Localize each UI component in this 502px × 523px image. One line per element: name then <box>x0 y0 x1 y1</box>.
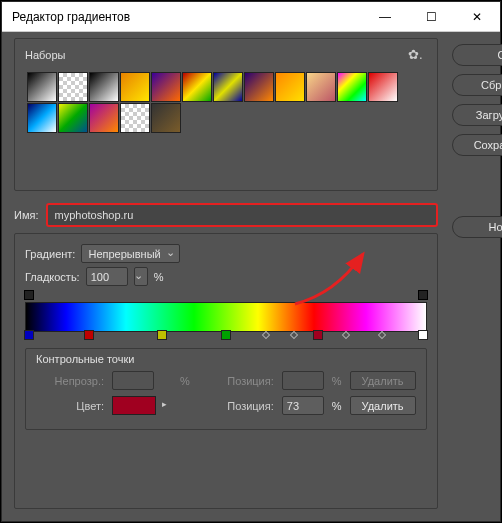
preset-swatch[interactable] <box>244 72 274 102</box>
preset-swatch[interactable] <box>306 72 336 102</box>
midpoint-diamond[interactable] <box>342 331 350 339</box>
preset-swatch[interactable] <box>120 72 150 102</box>
preset-swatch[interactable] <box>27 72 57 102</box>
presets-label: Наборы <box>25 49 404 61</box>
preset-swatch[interactable] <box>275 72 305 102</box>
smoothness-input[interactable]: 100 <box>86 267 128 286</box>
gradient-panel: Градиент: Непрерывный Гладкость: 100 % К… <box>14 233 438 509</box>
color-stop[interactable] <box>24 330 34 340</box>
preset-swatch[interactable] <box>58 103 88 133</box>
reset-button[interactable]: Сбросить <box>452 74 502 96</box>
color-swatch[interactable] <box>112 396 156 415</box>
preset-swatch[interactable] <box>368 72 398 102</box>
opacity-stops-row <box>25 290 427 304</box>
titlebar: Редактор градиентов — ☐ ✕ <box>2 2 500 32</box>
preset-swatch[interactable] <box>27 103 57 133</box>
maximize-button[interactable]: ☐ <box>408 2 454 31</box>
smoothness-label: Гладкость: <box>25 271 80 283</box>
color-stop[interactable] <box>84 330 94 340</box>
preset-swatch[interactable] <box>89 103 119 133</box>
gear-icon[interactable]: ✿. <box>404 45 427 64</box>
minimize-button[interactable]: — <box>362 2 408 31</box>
name-input[interactable] <box>46 203 437 227</box>
close-button[interactable]: ✕ <box>454 2 500 31</box>
color-stop[interactable] <box>157 330 167 340</box>
opacity-label: Непрозр.: <box>36 375 104 387</box>
ok-button[interactable]: OK <box>452 44 502 66</box>
opacity-delete-button: Удалить <box>350 371 416 390</box>
color-stops-row <box>25 330 427 344</box>
gradient-type-label: Градиент: <box>25 248 75 260</box>
color-position-input[interactable]: 73 <box>282 396 324 415</box>
opacity-stop[interactable] <box>24 290 34 300</box>
opacity-input <box>112 371 154 390</box>
preset-swatch[interactable] <box>151 103 181 133</box>
color-label: Цвет: <box>36 400 104 412</box>
color-stop[interactable] <box>418 330 428 340</box>
gradient-type-select[interactable]: Непрерывный <box>81 244 179 263</box>
opacity-position-input <box>282 371 324 390</box>
save-button[interactable]: Сохранить... <box>452 134 502 156</box>
presets-panel: Наборы ✿. <box>14 38 438 191</box>
gradient-bar[interactable] <box>25 302 427 332</box>
opacity-stop[interactable] <box>418 290 428 300</box>
color-stop[interactable] <box>313 330 323 340</box>
midpoint-diamond[interactable] <box>262 331 270 339</box>
opacity-position-label: Позиция: <box>206 375 274 387</box>
gradient-editor-window: Редактор градиентов — ☐ ✕ Наборы ✿. Имя: <box>1 1 501 522</box>
preset-swatch[interactable] <box>58 72 88 102</box>
color-position-label: Позиция: <box>206 400 274 412</box>
preset-swatch[interactable] <box>213 72 243 102</box>
midpoint-diamond[interactable] <box>378 331 386 339</box>
preset-grid <box>25 70 427 182</box>
smoothness-dropdown[interactable] <box>134 267 148 286</box>
preset-swatch[interactable] <box>337 72 367 102</box>
new-button[interactable]: Новый <box>452 216 502 238</box>
load-button[interactable]: Загрузить... <box>452 104 502 126</box>
control-points-title: Контрольные точки <box>36 353 416 365</box>
name-label: Имя: <box>14 209 38 221</box>
color-delete-button[interactable]: Удалить <box>350 396 416 415</box>
color-stop[interactable] <box>221 330 231 340</box>
control-points-panel: Контрольные точки Непрозр.: % Позиция: %… <box>25 348 427 430</box>
preset-swatch[interactable] <box>182 72 212 102</box>
percent-label: % <box>154 271 164 283</box>
preset-swatch[interactable] <box>151 72 181 102</box>
preset-swatch[interactable] <box>120 103 150 133</box>
preset-swatch[interactable] <box>89 72 119 102</box>
window-title: Редактор градиентов <box>12 10 362 24</box>
midpoint-diamond[interactable] <box>290 331 298 339</box>
